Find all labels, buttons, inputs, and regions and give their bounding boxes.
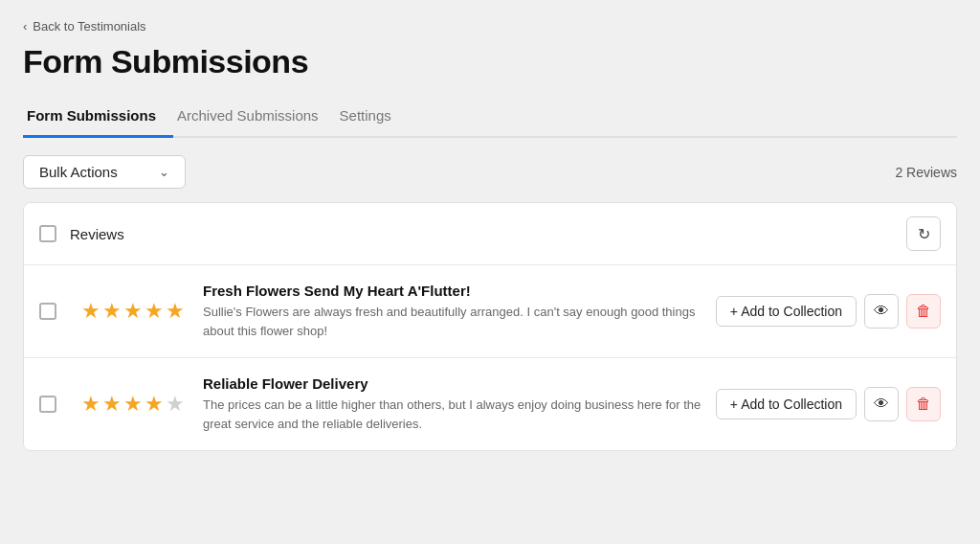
star-3: ★ <box>123 392 143 417</box>
row-1-text: Sullie's Flowers are always fresh and be… <box>203 303 704 340</box>
row-2-content: Reliable Flower Delivery The prices can … <box>203 375 704 433</box>
star-5: ★ <box>166 299 185 324</box>
table-header: Reviews ↻ <box>24 203 956 265</box>
star-5-empty: ★ <box>166 392 185 417</box>
chevron-down-icon: ⌄ <box>159 165 169 179</box>
toolbar: Bulk Actions ⌄ 2 Reviews <box>23 155 957 189</box>
row-2-checkbox[interactable] <box>39 396 56 413</box>
row-1-delete-button[interactable]: 🗑 <box>906 294 941 329</box>
star-2: ★ <box>102 392 122 417</box>
row-1-content: Fresh Flowers Send My Heart A'Flutter! S… <box>203 283 704 340</box>
star-4: ★ <box>145 392 164 417</box>
select-all-checkbox-col <box>39 225 70 242</box>
refresh-icon: ↻ <box>918 225 930 243</box>
trash-icon: 🗑 <box>916 396 931 413</box>
row-2-title: Reliable Flower Delivery <box>203 375 704 392</box>
row-1-actions: + Add to Collection 👁 🗑 <box>716 294 941 329</box>
table-header-label: Reviews <box>70 226 906 242</box>
row-2-stars: ★ ★ ★ ★ ★ <box>81 392 191 417</box>
chevron-left-icon: ‹ <box>23 19 27 34</box>
row-2-delete-button[interactable]: 🗑 <box>906 387 941 421</box>
reviews-table: Reviews ↻ ★ ★ ★ ★ ★ Fresh Flowers Send M… <box>23 202 957 451</box>
eye-icon: 👁 <box>874 303 889 320</box>
table-row: ★ ★ ★ ★ ★ Fresh Flowers Send My Heart A'… <box>24 265 956 358</box>
star-4: ★ <box>145 299 164 324</box>
row-1-checkbox[interactable] <box>39 303 56 320</box>
bulk-actions-label: Bulk Actions <box>39 164 118 180</box>
select-all-checkbox[interactable] <box>39 225 56 242</box>
star-3: ★ <box>123 299 143 324</box>
bulk-actions-button[interactable]: Bulk Actions ⌄ <box>23 155 186 189</box>
row-1-view-button[interactable]: 👁 <box>864 294 899 329</box>
row-2-checkbox-col <box>39 396 70 413</box>
tab-settings[interactable]: Settings <box>336 98 409 138</box>
table-row: ★ ★ ★ ★ ★ Reliable Flower Delivery The p… <box>24 358 956 450</box>
back-link-label: Back to Testimonials <box>33 19 145 34</box>
star-1: ★ <box>81 392 100 417</box>
tab-form-submissions[interactable]: Form Submissions <box>23 98 173 138</box>
row-2-add-to-collection-button[interactable]: + Add to Collection <box>716 389 857 419</box>
reviews-count: 2 Reviews <box>895 165 957 180</box>
row-1-stars: ★ ★ ★ ★ ★ <box>81 299 191 324</box>
tab-archived-submissions[interactable]: Archived Submissions <box>173 98 336 138</box>
eye-icon: 👁 <box>874 396 889 413</box>
row-1-title: Fresh Flowers Send My Heart A'Flutter! <box>203 283 704 299</box>
trash-icon: 🗑 <box>916 303 931 320</box>
tabs-bar: Form Submissions Archived Submissions Se… <box>23 98 957 138</box>
row-1-checkbox-col <box>39 303 70 320</box>
row-1-add-to-collection-button[interactable]: + Add to Collection <box>716 296 857 327</box>
page-title: Form Submissions <box>23 43 957 80</box>
star-1: ★ <box>81 299 100 324</box>
row-2-actions: + Add to Collection 👁 🗑 <box>716 387 941 421</box>
refresh-button[interactable]: ↻ <box>906 216 941 251</box>
page-wrapper: ‹ Back to Testimonials Form Submissions … <box>0 0 980 544</box>
back-link[interactable]: ‹ Back to Testimonials <box>23 19 957 34</box>
star-2: ★ <box>102 299 122 324</box>
row-2-text: The prices can be a little higher than o… <box>203 396 704 433</box>
row-2-view-button[interactable]: 👁 <box>864 387 899 421</box>
